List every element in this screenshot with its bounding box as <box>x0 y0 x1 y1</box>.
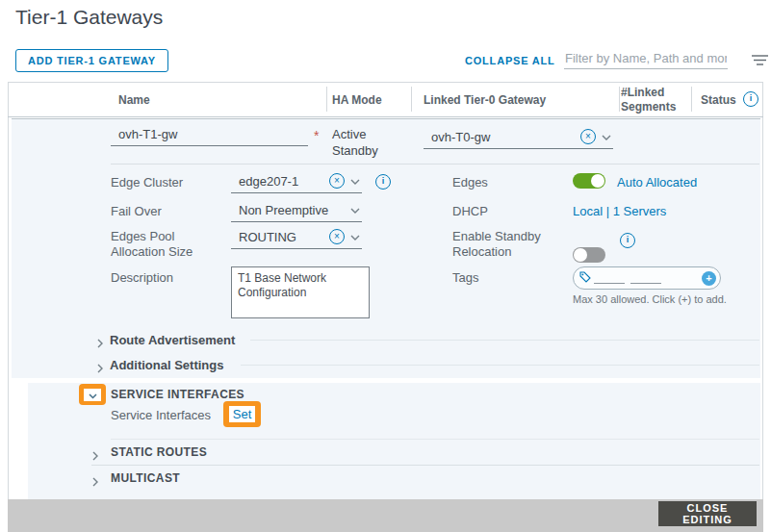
gateway-name-field[interactable]: ovh-T1-gw <box>111 127 308 146</box>
multicast-chevron-icon[interactable] <box>91 473 99 491</box>
toggle-knob <box>574 248 587 262</box>
section-rule <box>250 340 759 341</box>
clear-selection-icon[interactable]: × <box>329 229 345 244</box>
column-header-linked-tier0[interactable]: Linked Tier-0 Gateway <box>424 93 546 107</box>
dhcp-servers-link[interactable]: Local | 1 Servers <box>573 204 666 218</box>
column-divider <box>691 87 692 112</box>
static-routes-chevron-icon[interactable] <box>91 447 99 465</box>
column-divider <box>326 87 327 112</box>
tag-value-field[interactable] <box>630 272 661 284</box>
edges-label: Edges <box>452 175 488 190</box>
ha-mode-value: Active Standby <box>332 126 388 159</box>
chevron-down-icon[interactable] <box>350 200 360 217</box>
edges-auto-allocated-value: Auto Allocated <box>617 175 697 190</box>
filter-input[interactable] <box>564 48 728 69</box>
footer-bar <box>8 499 763 532</box>
tag-icon <box>579 269 591 287</box>
fail-over-label: Fail Over <box>111 204 162 219</box>
fail-over-value: Non Preemptive <box>231 203 350 217</box>
filter-icon[interactable] <box>752 53 768 70</box>
column-header-ha-mode[interactable]: HA Mode <box>332 93 382 107</box>
header-bottom-border <box>8 116 763 117</box>
service-interfaces-expand-highlight <box>79 384 106 405</box>
route-advertisement-chevron-icon[interactable] <box>96 335 104 352</box>
column-header-status[interactable]: Status <box>701 93 736 107</box>
clear-selection-icon[interactable]: × <box>329 173 345 189</box>
page-title: Tier-1 Gateways <box>15 6 163 29</box>
additional-settings-chevron-icon[interactable] <box>96 360 104 377</box>
column-divider <box>619 87 620 112</box>
clear-selection-icon[interactable]: × <box>580 129 596 144</box>
edges-auto-toggle[interactable] <box>573 173 605 189</box>
standby-relocation-label: Enable Standby Relocation <box>452 229 560 260</box>
service-interfaces-set-link[interactable]: Set <box>233 407 252 421</box>
pool-allocation-value: ROUTING <box>231 230 329 244</box>
tags-label: Tags <box>452 270 478 286</box>
section-rule <box>241 365 759 366</box>
linked-tier0-select[interactable]: ovh-T0-gw × <box>424 127 613 149</box>
edge-cluster-info-icon[interactable]: i <box>375 174 391 190</box>
status-info-icon[interactable]: i <box>743 91 758 107</box>
row-separator <box>111 164 759 165</box>
add-tier1-gateway-button[interactable]: ADD TIER-1 GATEWAY <box>15 49 168 72</box>
linked-tier0-value: ovh-T0-gw <box>424 130 580 144</box>
edge-cluster-select[interactable]: edge207-1 × <box>231 171 362 193</box>
additional-settings-section[interactable]: Additional Settings <box>110 358 223 372</box>
column-header-name[interactable]: Name <box>118 93 150 107</box>
edge-cluster-value: edge207-1 <box>231 174 329 189</box>
collapse-all-link[interactable]: COLLAPSE ALL <box>465 55 555 66</box>
add-tag-button[interactable]: + <box>702 271 716 286</box>
required-asterisk: * <box>314 128 319 143</box>
service-interfaces-label: Service Interfaces <box>111 408 211 423</box>
chevron-down-icon <box>89 386 97 403</box>
tags-input[interactable]: + <box>573 266 721 290</box>
service-interfaces-collapse-control[interactable] <box>84 389 101 401</box>
toggle-knob <box>591 174 604 188</box>
chevron-down-icon[interactable] <box>350 227 360 244</box>
multicast-section[interactable]: MULTICAST <box>111 471 180 485</box>
tags-hint: Max 30 allowed. Click (+) to add. <box>573 292 734 306</box>
chevron-down-icon[interactable] <box>350 171 360 189</box>
standby-info-icon[interactable]: i <box>620 233 635 248</box>
chevron-down-icon[interactable] <box>602 127 611 144</box>
pool-allocation-select[interactable]: ROUTING × <box>231 227 362 249</box>
column-header-linked-segments[interactable]: #Linked Segments <box>621 86 684 114</box>
static-routes-section[interactable]: STATIC ROUTES <box>111 445 207 459</box>
section-rule <box>91 465 759 466</box>
standby-relocation-toggle[interactable] <box>573 247 605 263</box>
service-interfaces-title: SERVICE INTERFACES <box>111 388 244 401</box>
column-divider <box>411 87 412 112</box>
edge-cluster-label: Edge Cluster <box>111 175 183 190</box>
route-advertisement-section[interactable]: Route Advertisement <box>110 333 235 347</box>
description-textarea[interactable]: T1 Base Network Configuration <box>231 266 370 318</box>
tag-scope-field[interactable] <box>594 272 625 284</box>
tier1-gateways-page: Tier-1 Gateways ADD TIER-1 GATEWAY COLLA… <box>0 0 771 532</box>
pool-allocation-label: Edges Pool Allocation Size <box>111 229 228 260</box>
dhcp-label: DHCP <box>452 204 488 219</box>
fail-over-select[interactable]: Non Preemptive <box>231 200 362 222</box>
description-label: Description <box>111 270 173 286</box>
set-link-highlight: Set <box>223 401 261 427</box>
section-rule <box>111 439 759 440</box>
close-editing-button[interactable]: CLOSE EDITING <box>658 501 757 526</box>
gateway-name-value[interactable]: ovh-T1-gw <box>111 127 308 141</box>
